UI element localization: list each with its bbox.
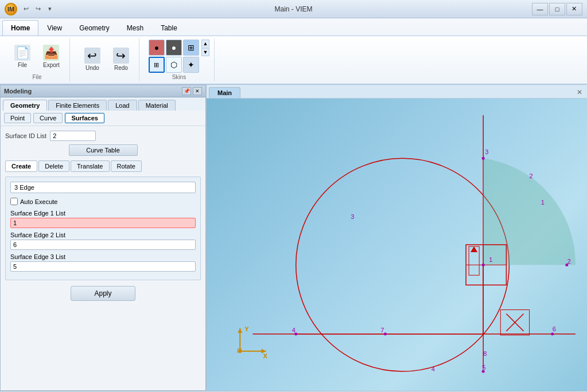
geo-tab-load[interactable]: Load — [108, 100, 137, 111]
surface-id-label: Surface ID List — [5, 132, 46, 139]
geo-tab-finite-elements[interactable]: Finite Elements — [48, 100, 107, 111]
modeling-panel: Modeling 📌 ✕ Geometry Finite Elements Lo… — [0, 85, 207, 391]
edge-dropdown[interactable]: 3 Edge 4 Edge 5 Edge — [10, 182, 196, 193]
svg-point-37 — [482, 370, 485, 373]
tab-geometry[interactable]: Geometry — [71, 20, 118, 36]
op-tab-delete[interactable]: Delete — [38, 160, 69, 172]
op-tabs: Create Delete Translate Rotate — [5, 160, 201, 172]
edge2-group: Surface Edge 2 List — [10, 232, 196, 250]
svg-text:2: 2 — [567, 258, 571, 265]
file-buttons: 📄 File 📤 Export — [9, 40, 65, 73]
file-group-label: File — [32, 73, 41, 80]
tab-table[interactable]: Table — [152, 20, 186, 36]
svg-point-36 — [294, 332, 297, 335]
skins-scroll-down[interactable]: ▼ — [201, 48, 209, 56]
app-title: Main - VIEM — [274, 5, 312, 13]
op-tab-create[interactable]: Create — [5, 160, 37, 172]
minimize-btn[interactable]: — — [532, 3, 548, 15]
undo-btn[interactable]: ↩ Undo — [79, 45, 106, 74]
quick-access-more[interactable]: ▾ — [45, 4, 55, 14]
close-btn[interactable]: ✕ — [566, 3, 582, 15]
viewport[interactable]: Y X 1 2 3 4 5 6 — [207, 99, 587, 391]
undo-icon: ↩ — [84, 48, 100, 64]
ribbon: Home View Geometry Mesh Table 📄 File 📤 E… — [0, 18, 587, 85]
panel-body: Surface ID List Curve Table Create Delet… — [1, 126, 205, 390]
edge3-label: Surface Edge 3 List — [10, 253, 196, 260]
edge2-label: Surface Edge 2 List — [10, 232, 196, 238]
svg-marker-15 — [238, 328, 242, 333]
skins-group-label: Skins — [172, 73, 186, 80]
svg-text:Y: Y — [244, 326, 249, 332]
auto-execute-row: Auto Execute — [10, 198, 196, 205]
skin-btn-3[interactable]: ⊞ — [183, 40, 199, 56]
viewport-tab-main[interactable]: Main — [209, 87, 240, 98]
svg-marker-12 — [471, 246, 477, 252]
skins-grid: ● ● ⊞ ⊞ ⬡ ✦ — [149, 40, 199, 73]
svg-point-33 — [482, 264, 485, 266]
edge1-input[interactable] — [10, 218, 196, 228]
svg-point-35 — [482, 157, 485, 160]
viewport-close-btn[interactable]: ✕ — [574, 87, 585, 97]
apply-btn[interactable]: Apply — [71, 286, 135, 301]
skins-scroll-up[interactable]: ▲ — [201, 40, 209, 48]
title-bar-left: IM ↩ ↪ ▾ — [5, 3, 55, 15]
svg-text:2: 2 — [530, 173, 533, 179]
auto-execute-label: Auto Execute — [20, 198, 57, 205]
op-tab-translate[interactable]: Translate — [71, 160, 109, 172]
sub-tab-curve[interactable]: Curve — [33, 113, 63, 123]
svg-text:3: 3 — [485, 148, 488, 155]
export-btn[interactable]: 📤 Export — [38, 42, 65, 71]
panel-title-controls: 📌 ✕ — [182, 87, 202, 95]
quick-access-toolbar: ↩ ↪ ▾ — [21, 4, 55, 14]
tab-view[interactable]: View — [38, 20, 71, 36]
redo-label: Redo — [114, 65, 128, 71]
op-tab-rotate[interactable]: Rotate — [111, 160, 142, 172]
redo-btn[interactable]: ↪ Redo — [108, 45, 134, 74]
edge3-input[interactable] — [10, 261, 196, 272]
svg-text:1: 1 — [489, 256, 492, 263]
tab-mesh[interactable]: Mesh — [118, 20, 152, 36]
svg-text:1: 1 — [541, 199, 545, 206]
export-btn-label: Export — [43, 62, 60, 68]
undo-quick-btn[interactable]: ↩ — [21, 4, 31, 14]
edge-dropdown-row: 3 Edge 4 Edge 5 Edge — [10, 182, 196, 193]
undo-label: Undo — [85, 65, 99, 71]
panel-pin-btn[interactable]: 📌 — [182, 87, 191, 95]
file-btn[interactable]: 📄 File — [9, 42, 36, 71]
sub-tab-surfaces[interactable]: Surfaces — [65, 113, 104, 123]
svg-text:5: 5 — [482, 364, 485, 371]
skin-btn-6[interactable]: ✦ — [183, 57, 199, 73]
curve-table-btn[interactable]: Curve Table — [69, 144, 138, 156]
edge2-input[interactable] — [10, 240, 196, 250]
panel-close-btn[interactable]: ✕ — [193, 87, 202, 95]
skin-btn-4[interactable]: ⊞ — [149, 57, 165, 73]
file-icon: 📄 — [14, 45, 30, 61]
ribbon-group-skins: ● ● ⊞ ⊞ ⬡ ✦ ▲ ▼ Skins — [144, 38, 215, 81]
maximize-btn[interactable]: □ — [549, 3, 565, 15]
surface-id-input[interactable] — [50, 131, 96, 141]
sub-tab-point[interactable]: Point — [4, 113, 31, 123]
redo-quick-btn[interactable]: ↪ — [33, 4, 43, 14]
skin-btn-1[interactable]: ● — [149, 40, 165, 56]
skin-btn-5[interactable]: ⬡ — [166, 57, 182, 73]
svg-point-38 — [551, 332, 554, 335]
create-panel: 3 Edge 4 Edge 5 Edge Auto Execute Surfac… — [5, 177, 201, 280]
svg-text:3: 3 — [351, 213, 354, 220]
edge3-group: Surface Edge 3 List — [10, 253, 196, 272]
viewport-area: Main ✕ — [207, 85, 587, 391]
sub-tabs: Point Curve Surfaces — [1, 111, 205, 126]
geo-tab-material[interactable]: Material — [138, 100, 176, 111]
redo-icon: ↪ — [113, 48, 129, 64]
title-bar: IM ↩ ↪ ▾ Main - VIEM — □ ✕ — [0, 0, 587, 18]
tab-home[interactable]: Home — [2, 20, 38, 36]
app-icon: IM — [5, 3, 17, 15]
svg-text:4: 4 — [292, 327, 296, 334]
geo-tab-geometry[interactable]: Geometry — [3, 100, 47, 111]
auto-execute-checkbox[interactable] — [10, 198, 18, 205]
skin-btn-2[interactable]: ● — [166, 40, 182, 56]
svg-text:8: 8 — [483, 350, 487, 357]
panel-titlebar: Modeling 📌 ✕ — [1, 85, 205, 97]
main-area: Modeling 📌 ✕ Geometry Finite Elements Lo… — [0, 85, 587, 391]
svg-text:7: 7 — [380, 327, 384, 334]
history-buttons: ↩ Undo ↪ Redo — [79, 40, 134, 79]
